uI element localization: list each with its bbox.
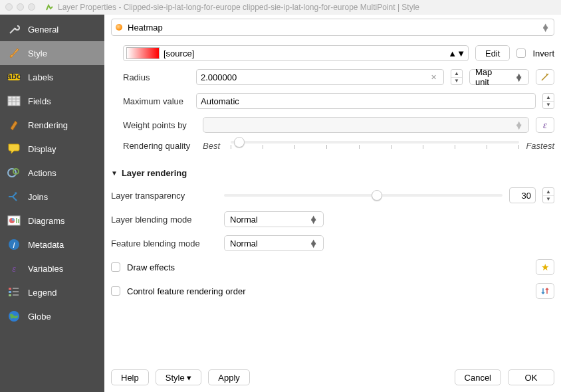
sidebar-item-label: Actions — [28, 168, 56, 178]
svg-rect-2 — [8, 96, 20, 106]
maximum-label: Maximum value — [123, 96, 189, 106]
sidebar-item-variables[interactable]: ε Variables — [0, 256, 104, 280]
sort-icon — [540, 286, 550, 296]
sidebar-item-display[interactable]: Display — [0, 137, 104, 161]
radius-value: 2.000000 — [201, 72, 428, 82]
sidebar-item-general[interactable]: General — [0, 17, 104, 41]
sidebar-item-label: Metadata — [28, 240, 64, 250]
sidebar-item-legend[interactable]: Legend — [0, 280, 104, 304]
sidebar-item-label: Diagrams — [28, 216, 65, 226]
quality-fastest-label: Fastest — [526, 141, 554, 151]
sidebar-item-label: General — [28, 25, 58, 35]
sidebar-item-metadata[interactable]: i Metadata — [0, 233, 104, 256]
maximum-value: Automatic — [201, 96, 531, 106]
sidebar-item-rendering[interactable]: Rendering — [0, 113, 104, 137]
layer-properties-window: Layer Properties - Clipped-sie-ip-lat-lo… — [0, 0, 561, 392]
unit-options-button[interactable] — [536, 69, 554, 85]
draw-effects-row: Draw effects ★ — [111, 259, 554, 275]
layer-rendering-title: Layer rendering — [122, 168, 187, 178]
sidebar: General Style abc Labels Fields Renderin… — [0, 15, 104, 392]
quality-slider[interactable] — [231, 141, 519, 144]
svg-text:abc: abc — [7, 72, 21, 81]
expression-button[interactable]: ε — [536, 117, 554, 133]
labels-icon: abc — [7, 70, 21, 84]
sidebar-item-label: Fields — [28, 96, 51, 106]
rendering-order-config-button[interactable] — [536, 283, 554, 299]
brush-icon — [7, 46, 21, 60]
clear-icon[interactable]: ✕ — [428, 73, 439, 82]
rendering-order-checkbox[interactable] — [111, 286, 120, 296]
transparency-input[interactable]: 30 — [509, 187, 536, 203]
sidebar-item-label: Style — [28, 49, 47, 58]
ok-button[interactable]: OK — [508, 369, 554, 385]
style-menu-button[interactable]: Style ▾ — [156, 369, 202, 385]
quality-row: Rendering quality Best Fastest — [123, 141, 554, 151]
spin-down-icon[interactable]: ▼ — [451, 78, 462, 85]
spin-up-icon[interactable]: ▲ — [451, 70, 462, 78]
feature-blend-combo[interactable]: Normal ▲▼ — [224, 235, 324, 251]
apply-button[interactable]: Apply — [208, 369, 250, 385]
chevron-updown-icon: ▲▼ — [514, 122, 523, 128]
window-title: Layer Properties - Clipped-sie-ip-lat-lo… — [58, 3, 419, 12]
sidebar-item-labels[interactable]: abc Labels — [0, 65, 104, 89]
info-icon: i — [7, 237, 21, 252]
spin-down-icon[interactable]: ▼ — [543, 102, 554, 109]
transparency-spinner[interactable]: ▲▼ — [542, 187, 554, 203]
spin-up-icon[interactable]: ▲ — [543, 94, 554, 102]
quality-ticks — [231, 145, 519, 149]
sidebar-item-style[interactable]: Style — [0, 41, 104, 65]
weight-row: Weight points by ▲▼ ε — [123, 117, 554, 133]
close-icon[interactable] — [5, 3, 13, 11]
radius-unit-combo[interactable]: Map unit ▲▼ — [469, 69, 529, 85]
weight-combo[interactable]: ▲▼ — [203, 117, 529, 133]
layer-blend-row: Layer blending mode Normal ▲▼ — [111, 211, 554, 227]
edit-ramp-button[interactable]: Edit — [475, 45, 510, 61]
chevron-updown-icon: ▲▼ — [448, 49, 465, 58]
svg-text:ε: ε — [12, 264, 16, 274]
maximum-spinner[interactable]: ▲▼ — [542, 93, 554, 109]
draw-effects-checkbox[interactable] — [111, 262, 120, 272]
zoom-icon[interactable] — [28, 3, 35, 11]
sidebar-item-actions[interactable]: Actions — [0, 161, 104, 185]
radius-spinner[interactable]: ▲▼ — [451, 69, 463, 85]
spin-up-icon[interactable]: ▲ — [543, 188, 554, 196]
layer-blend-label: Layer blending mode — [111, 215, 217, 225]
gradient-swatch-icon — [126, 47, 160, 59]
radius-row: Radius 2.000000 ✕ ▲▼ Map unit ▲▼ — [123, 69, 554, 85]
radius-input[interactable]: 2.000000 ✕ — [196, 69, 444, 85]
minimize-icon[interactable] — [17, 3, 24, 11]
chevron-updown-icon: ▲▼ — [541, 24, 550, 31]
chevron-updown-icon: ▲▼ — [309, 240, 318, 246]
color-ramp-combo[interactable]: [source] ▲▼ — [123, 45, 469, 61]
cancel-button[interactable]: Cancel — [455, 369, 501, 385]
sidebar-item-globe[interactable]: Globe — [0, 304, 104, 328]
chevron-updown-icon: ▲▼ — [309, 216, 318, 223]
heatmap-options: [source] ▲▼ Edit Invert Radius 2.000000 … — [111, 45, 554, 151]
epsilon-icon: ε — [543, 120, 547, 131]
sidebar-item-diagrams[interactable]: Diagrams — [0, 209, 104, 233]
quality-slider-thumb[interactable] — [234, 137, 245, 147]
feature-blend-value: Normal — [230, 239, 302, 248]
qgis-icon — [45, 3, 54, 12]
sidebar-item-label: Display — [28, 144, 56, 154]
transparency-slider[interactable] — [224, 194, 503, 197]
variables-icon: ε — [7, 261, 21, 276]
help-button[interactable]: Help — [111, 369, 149, 385]
invert-checkbox[interactable] — [516, 49, 526, 58]
layer-rendering-header[interactable]: ▼ Layer rendering — [111, 168, 554, 178]
legend-icon — [7, 285, 21, 300]
spin-down-icon[interactable]: ▼ — [543, 196, 554, 203]
traffic-lights[interactable] — [5, 3, 35, 11]
svg-rect-12 — [18, 219, 19, 223]
radius-label: Radius — [123, 72, 189, 82]
draw-effects-config-button[interactable]: ★ — [536, 259, 554, 275]
sidebar-item-label: Variables — [28, 264, 63, 274]
sidebar-item-fields[interactable]: Fields — [0, 89, 104, 113]
maximum-input[interactable]: Automatic — [196, 93, 536, 109]
joins-icon — [7, 189, 21, 204]
sidebar-item-joins[interactable]: Joins — [0, 185, 104, 209]
layer-rendering-body: Layer transparency 30 ▲▼ Layer blending … — [111, 187, 554, 299]
transparency-slider-thumb[interactable] — [372, 190, 382, 201]
renderer-combo[interactable]: Heatmap ▲▼ — [111, 19, 554, 36]
layer-blend-combo[interactable]: Normal ▲▼ — [224, 211, 324, 227]
